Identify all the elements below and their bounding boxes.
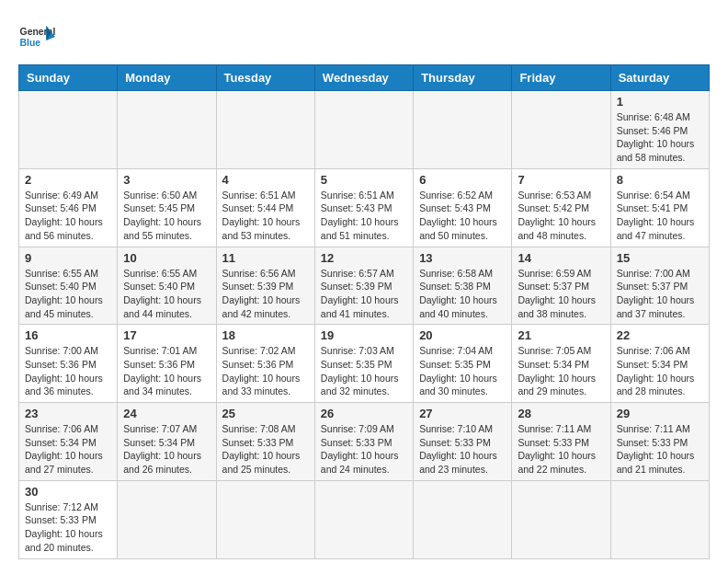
- day-cell: [610, 480, 709, 558]
- day-cell: [118, 480, 216, 558]
- week-row-4: 23Sunrise: 7:06 AM Sunset: 5:34 PM Dayli…: [19, 403, 710, 481]
- day-cell: 21Sunrise: 7:05 AM Sunset: 5:34 PM Dayli…: [512, 325, 610, 403]
- day-cell: 12Sunrise: 6:57 AM Sunset: 5:39 PM Dayli…: [314, 247, 413, 325]
- weekday-header-row: SundayMondayTuesdayWednesdayThursdayFrid…: [19, 65, 710, 91]
- day-number: 5: [321, 173, 407, 187]
- day-cell: [216, 480, 314, 558]
- day-number: 12: [321, 251, 407, 265]
- week-row-5: 30Sunrise: 7:12 AM Sunset: 5:33 PM Dayli…: [19, 480, 710, 558]
- day-number: 13: [419, 251, 506, 265]
- day-cell: 18Sunrise: 7:02 AM Sunset: 5:36 PM Dayli…: [216, 325, 314, 403]
- day-info: Sunrise: 7:00 AM Sunset: 5:36 PM Dayligh…: [25, 344, 111, 398]
- day-info: Sunrise: 6:57 AM Sunset: 5:39 PM Dayligh…: [321, 267, 407, 321]
- day-cell: 23Sunrise: 7:06 AM Sunset: 5:34 PM Dayli…: [19, 403, 118, 481]
- day-cell: 30Sunrise: 7:12 AM Sunset: 5:33 PM Dayli…: [19, 480, 118, 558]
- day-info: Sunrise: 6:58 AM Sunset: 5:38 PM Dayligh…: [419, 267, 506, 321]
- header: General Blue: [18, 18, 710, 55]
- day-cell: 24Sunrise: 7:07 AM Sunset: 5:34 PM Dayli…: [118, 403, 216, 481]
- logo-icon: General Blue: [18, 18, 55, 55]
- day-cell: [216, 91, 314, 169]
- day-number: 15: [617, 251, 703, 265]
- day-cell: 29Sunrise: 7:11 AM Sunset: 5:33 PM Dayli…: [610, 403, 709, 481]
- day-number: 4: [222, 173, 309, 187]
- day-info: Sunrise: 6:55 AM Sunset: 5:40 PM Dayligh…: [25, 267, 111, 321]
- day-number: 25: [222, 407, 309, 420]
- day-number: 14: [518, 251, 604, 265]
- day-number: 24: [123, 407, 210, 420]
- day-info: Sunrise: 6:51 AM Sunset: 5:43 PM Dayligh…: [321, 189, 407, 243]
- day-number: 22: [617, 328, 703, 342]
- day-info: Sunrise: 7:03 AM Sunset: 5:35 PM Dayligh…: [321, 344, 407, 398]
- weekday-thursday: Thursday: [414, 65, 512, 91]
- day-number: 17: [123, 328, 210, 342]
- day-cell: 26Sunrise: 7:09 AM Sunset: 5:33 PM Dayli…: [314, 403, 413, 481]
- day-number: 11: [222, 251, 309, 265]
- weekday-sunday: Sunday: [19, 65, 118, 91]
- weekday-wednesday: Wednesday: [314, 65, 413, 91]
- day-number: 16: [25, 328, 111, 342]
- day-info: Sunrise: 6:54 AM Sunset: 5:41 PM Dayligh…: [617, 189, 703, 243]
- day-info: Sunrise: 7:04 AM Sunset: 5:35 PM Dayligh…: [419, 344, 506, 398]
- day-info: Sunrise: 6:49 AM Sunset: 5:46 PM Dayligh…: [25, 189, 111, 243]
- day-info: Sunrise: 7:00 AM Sunset: 5:37 PM Dayligh…: [617, 267, 703, 321]
- day-number: 18: [222, 328, 309, 342]
- day-info: Sunrise: 7:02 AM Sunset: 5:36 PM Dayligh…: [222, 344, 309, 398]
- day-cell: 20Sunrise: 7:04 AM Sunset: 5:35 PM Dayli…: [414, 325, 512, 403]
- day-info: Sunrise: 6:56 AM Sunset: 5:39 PM Dayligh…: [222, 267, 309, 321]
- day-info: Sunrise: 7:06 AM Sunset: 5:34 PM Dayligh…: [25, 422, 111, 477]
- day-info: Sunrise: 7:05 AM Sunset: 5:34 PM Dayligh…: [518, 344, 604, 398]
- day-number: 2: [25, 173, 111, 187]
- day-number: 9: [25, 251, 111, 265]
- day-cell: 22Sunrise: 7:06 AM Sunset: 5:34 PM Dayli…: [610, 325, 709, 403]
- day-number: 3: [123, 173, 210, 187]
- day-cell: 1Sunrise: 6:48 AM Sunset: 5:46 PM Daylig…: [610, 91, 709, 169]
- day-info: Sunrise: 7:12 AM Sunset: 5:33 PM Dayligh…: [25, 500, 111, 555]
- day-cell: 17Sunrise: 7:01 AM Sunset: 5:36 PM Dayli…: [118, 325, 216, 403]
- day-number: 1: [617, 95, 703, 109]
- week-row-3: 16Sunrise: 7:00 AM Sunset: 5:36 PM Dayli…: [19, 325, 710, 403]
- day-number: 6: [419, 173, 506, 187]
- day-cell: 3Sunrise: 6:50 AM Sunset: 5:45 PM Daylig…: [118, 168, 216, 247]
- day-cell: [512, 91, 610, 169]
- logo: General Blue: [18, 18, 61, 55]
- weekday-monday: Monday: [118, 65, 216, 91]
- day-cell: 19Sunrise: 7:03 AM Sunset: 5:35 PM Dayli…: [314, 325, 413, 403]
- day-cell: 6Sunrise: 6:52 AM Sunset: 5:43 PM Daylig…: [414, 168, 512, 247]
- day-info: Sunrise: 7:08 AM Sunset: 5:33 PM Dayligh…: [222, 422, 309, 477]
- day-cell: [414, 480, 512, 558]
- day-number: 20: [419, 328, 506, 342]
- day-info: Sunrise: 7:07 AM Sunset: 5:34 PM Dayligh…: [123, 422, 210, 477]
- day-info: Sunrise: 7:01 AM Sunset: 5:36 PM Dayligh…: [123, 344, 210, 398]
- day-info: Sunrise: 7:09 AM Sunset: 5:33 PM Dayligh…: [321, 422, 407, 477]
- day-info: Sunrise: 7:10 AM Sunset: 5:33 PM Dayligh…: [419, 422, 506, 477]
- day-cell: 11Sunrise: 6:56 AM Sunset: 5:39 PM Dayli…: [216, 247, 314, 325]
- day-cell: 8Sunrise: 6:54 AM Sunset: 5:41 PM Daylig…: [610, 168, 709, 247]
- day-info: Sunrise: 6:50 AM Sunset: 5:45 PM Dayligh…: [123, 189, 210, 243]
- day-number: 21: [518, 328, 604, 342]
- day-number: 19: [321, 328, 407, 342]
- day-info: Sunrise: 7:11 AM Sunset: 5:33 PM Dayligh…: [617, 422, 703, 477]
- day-cell: [512, 480, 610, 558]
- day-cell: 5Sunrise: 6:51 AM Sunset: 5:43 PM Daylig…: [314, 168, 413, 247]
- day-number: 10: [123, 251, 210, 265]
- day-number: 8: [617, 173, 703, 187]
- day-number: 30: [25, 485, 111, 499]
- day-cell: 28Sunrise: 7:11 AM Sunset: 5:33 PM Dayli…: [512, 403, 610, 481]
- day-cell: 7Sunrise: 6:53 AM Sunset: 5:42 PM Daylig…: [512, 168, 610, 247]
- day-cell: 10Sunrise: 6:55 AM Sunset: 5:40 PM Dayli…: [118, 247, 216, 325]
- day-info: Sunrise: 6:51 AM Sunset: 5:44 PM Dayligh…: [222, 189, 309, 243]
- day-info: Sunrise: 6:48 AM Sunset: 5:46 PM Dayligh…: [617, 110, 703, 165]
- day-info: Sunrise: 6:52 AM Sunset: 5:43 PM Dayligh…: [419, 189, 506, 243]
- day-cell: 2Sunrise: 6:49 AM Sunset: 5:46 PM Daylig…: [19, 168, 118, 247]
- day-number: 7: [518, 173, 604, 187]
- day-cell: 27Sunrise: 7:10 AM Sunset: 5:33 PM Dayli…: [414, 403, 512, 481]
- day-cell: 14Sunrise: 6:59 AM Sunset: 5:37 PM Dayli…: [512, 247, 610, 325]
- day-cell: [314, 480, 413, 558]
- week-row-0: 1Sunrise: 6:48 AM Sunset: 5:46 PM Daylig…: [19, 91, 710, 169]
- day-number: 29: [617, 407, 703, 420]
- day-cell: 9Sunrise: 6:55 AM Sunset: 5:40 PM Daylig…: [19, 247, 118, 325]
- day-number: 28: [518, 407, 604, 420]
- svg-text:Blue: Blue: [20, 38, 41, 48]
- day-number: 27: [419, 407, 506, 420]
- weekday-saturday: Saturday: [610, 65, 709, 91]
